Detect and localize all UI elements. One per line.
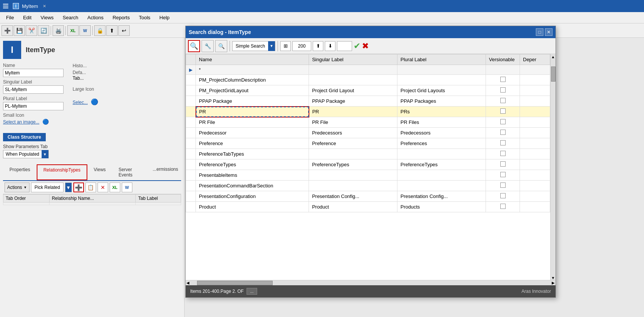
menu-actions[interactable]: Actions — [83, 13, 108, 22]
add-related-btn[interactable]: ➕ — [73, 182, 84, 192]
actions-dropdown-btn[interactable]: Actions ▼ — [5, 182, 29, 192]
table-row[interactable]: PreferenceTabTypes — [186, 149, 550, 159]
row-name-cell[interactable]: PresentationCommandBarSection — [196, 181, 309, 191]
remove-btn[interactable]: ✕ — [98, 182, 108, 192]
undo-btn[interactable]: ↩ — [118, 25, 130, 36]
tab-views[interactable]: Views — [87, 164, 112, 180]
scroll-left-btn[interactable]: ◀ — [186, 281, 189, 285]
singular-input[interactable] — [3, 85, 64, 94]
table-row[interactable]: ProductProductProducts — [186, 202, 550, 212]
row-versionable-cell[interactable] — [486, 191, 520, 202]
row-selector-cell[interactable] — [186, 107, 196, 117]
row-name-cell[interactable]: PR — [196, 107, 309, 117]
scroll-down-btn[interactable]: ▼ — [551, 276, 555, 280]
h-scroll-thumb[interactable] — [197, 281, 273, 285]
versionable-checkbox[interactable] — [500, 193, 506, 198]
pick-related-dropdown-arrow[interactable]: ▼ — [65, 182, 72, 192]
lock-btn[interactable]: 🔒 — [94, 25, 106, 36]
filter-singular-input[interactable] — [312, 67, 394, 73]
status-of-btn[interactable]: ... — [247, 288, 257, 295]
filter-plural-cell[interactable] — [397, 65, 486, 75]
menu-edit[interactable]: Edit — [19, 13, 36, 22]
table-row[interactable]: PreferencePreferencePreferences — [186, 138, 550, 149]
export-excel-btn[interactable]: XL — [110, 182, 120, 192]
tab-close-icon[interactable]: ✕ — [43, 4, 46, 9]
dialog-close-btn[interactable]: ✕ — [545, 28, 552, 36]
table-row[interactable]: PM_ProjectGridLayoutProject Grid LayoutP… — [186, 85, 550, 96]
row-name-cell[interactable]: PR File — [196, 117, 309, 128]
row-selector-cell[interactable] — [186, 96, 196, 107]
params-dropdown-arrow[interactable]: ▼ — [42, 150, 48, 158]
name-input[interactable] — [3, 69, 64, 77]
menu-file[interactable]: File — [2, 13, 19, 22]
col-name[interactable]: Name — [196, 54, 309, 65]
tab-relationship-types[interactable]: RelationshipTypes — [37, 164, 87, 180]
row-selector-cell[interactable] — [186, 191, 196, 202]
save-btn[interactable]: 💾 — [14, 25, 25, 36]
versionable-checkbox[interactable] — [500, 161, 506, 167]
copy-btn[interactable]: 📋 — [85, 182, 96, 192]
row-name-cell[interactable]: Preference — [196, 138, 309, 149]
table-row[interactable]: PresentationCommandBarSection — [186, 181, 550, 191]
table-row[interactable]: PreferenceTypesPreferenceTypesPreference… — [186, 159, 550, 170]
table-row[interactable]: PredecessorPredecessorsPredecessors — [186, 128, 550, 138]
versionable-checkbox[interactable] — [500, 204, 506, 209]
row-name-cell[interactable]: Product — [196, 202, 309, 212]
row-versionable-cell[interactable] — [486, 149, 520, 159]
class-structure-btn[interactable]: Class Structure — [3, 133, 46, 141]
table-row[interactable]: PPAP PackagePPAP PackagePPAP Packages — [186, 96, 550, 107]
row-selector-cell[interactable] — [186, 138, 196, 149]
versionable-checkbox[interactable] — [500, 140, 506, 145]
pick-related-btn[interactable]: Pick Related — [31, 182, 63, 192]
limit-input[interactable] — [292, 41, 311, 51]
search-type-select[interactable]: Simple Search ▼ — [232, 41, 275, 51]
menu-views[interactable]: Views — [36, 13, 58, 22]
grid-view-btn[interactable]: ⊞ — [280, 41, 291, 51]
row-selector-cell[interactable] — [186, 75, 196, 85]
row-selector-cell[interactable] — [186, 117, 196, 128]
row-selector-cell[interactable] — [186, 128, 196, 138]
sort-asc-btn[interactable]: ⬆ — [313, 41, 323, 51]
versionable-checkbox[interactable] — [500, 172, 506, 177]
versionable-checkbox[interactable] — [500, 151, 506, 156]
hamburger-menu[interactable] — [3, 4, 8, 8]
table-row[interactable]: PRPRPRs — [186, 107, 550, 117]
sort-desc-btn[interactable]: ⬇ — [325, 41, 335, 51]
row-name-cell[interactable]: PresentationConfiguration — [196, 191, 309, 202]
menu-search[interactable]: Search — [58, 13, 83, 22]
row-name-cell[interactable]: PM_ProjectGridLayout — [196, 85, 309, 96]
row-selector-cell[interactable] — [186, 85, 196, 96]
versionable-checkbox[interactable] — [500, 182, 506, 188]
row-versionable-cell[interactable] — [486, 159, 520, 170]
small-icon-link[interactable]: Select an image... — [3, 119, 39, 125]
table-row[interactable]: PresentableItems — [186, 170, 550, 181]
row-name-cell[interactable]: PreferenceTypes — [196, 159, 309, 170]
menu-reports[interactable]: Reports — [108, 13, 135, 22]
row-selector-cell[interactable] — [186, 159, 196, 170]
versionable-checkbox[interactable] — [500, 98, 506, 103]
menu-tools[interactable]: Tools — [134, 13, 155, 22]
versionable-checkbox[interactable] — [500, 108, 506, 114]
horizontal-scrollbar[interactable]: ◀ ▶ — [186, 280, 556, 285]
row-name-cell[interactable]: PPAP Package — [196, 96, 309, 107]
row-versionable-cell[interactable] — [486, 138, 520, 149]
row-versionable-cell[interactable] — [486, 202, 520, 212]
scroll-thumb[interactable] — [551, 66, 556, 82]
row-versionable-cell[interactable] — [486, 107, 520, 117]
col-plural[interactable]: Plural Label — [397, 54, 486, 65]
dialog-minimize-btn[interactable]: □ — [536, 28, 543, 36]
tab-properties[interactable]: Properties — [3, 164, 37, 180]
row-versionable-cell[interactable] — [486, 128, 520, 138]
row-name-cell[interactable]: PM_ProjectColumnDescription — [196, 75, 309, 85]
delete-btn[interactable]: ✂️ — [26, 25, 37, 36]
export-word-btn[interactable]: W — [122, 182, 132, 192]
print-btn[interactable]: 🖨️ — [53, 25, 64, 36]
versionable-checkbox[interactable] — [500, 87, 506, 93]
refresh-btn[interactable]: 🔄 — [38, 25, 49, 36]
row-versionable-cell[interactable] — [486, 85, 520, 96]
large-icon-link[interactable]: Selec... — [73, 100, 88, 105]
row-versionable-cell[interactable] — [486, 117, 520, 128]
col-deper[interactable]: Deper — [520, 54, 550, 65]
cancel-btn[interactable]: ✖ — [362, 41, 369, 51]
promote-btn[interactable]: ⬆ — [106, 25, 118, 36]
